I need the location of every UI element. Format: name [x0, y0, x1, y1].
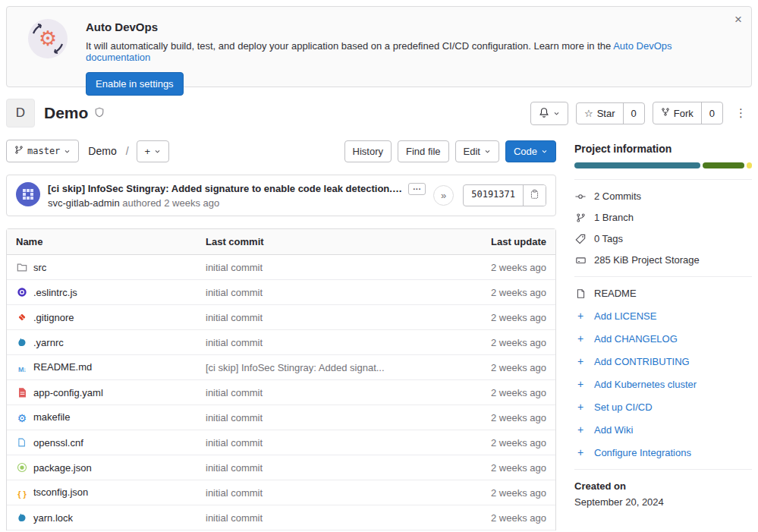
fork-button[interactable]: Fork	[653, 102, 701, 124]
plus-icon: +	[574, 332, 587, 345]
markdown-icon: M↓	[16, 366, 28, 373]
sidebar-stat[interactable]: 1 Branch	[574, 212, 752, 223]
commit-author-link[interactable]: svc-gitlab-admin	[48, 197, 120, 209]
expand-chevrons-button[interactable]: »	[433, 185, 454, 206]
star-label: Star	[597, 108, 615, 119]
close-icon[interactable]: ×	[734, 13, 742, 26]
yarn-icon	[16, 337, 28, 348]
commit-link[interactable]: initial commit	[206, 487, 263, 499]
plus-icon: +	[574, 401, 587, 413]
commit-authored-text: authored 2 weeks ago	[120, 197, 220, 209]
link-label: Add CHANGELOG	[594, 333, 678, 345]
commit-link[interactable]: initial commit	[206, 412, 263, 423]
bell-icon	[539, 107, 549, 120]
sidebar-title: Project information	[574, 143, 752, 155]
main-content: master Demo / + History Find file Edit	[6, 137, 752, 530]
commit-message-link[interactable]: [ci skip] InfoSec Stingray: Added signat…	[48, 183, 402, 194]
sidebar-add-link[interactable]: + Set up CI/CD	[574, 401, 752, 413]
file-link[interactable]: src	[33, 262, 46, 273]
edit-label: Edit	[464, 146, 480, 157]
table-row: .eslintrc.js initial commit 2 weeks ago	[7, 280, 555, 305]
sidebar-stat[interactable]: 0 Tags	[574, 233, 752, 244]
file-link[interactable]: .yarnrc	[33, 337, 64, 348]
sidebar-add-link[interactable]: + Add CHANGELOG	[574, 332, 752, 345]
commit-link[interactable]: [ci skip] InfoSec Stingray: Added signat…	[206, 362, 385, 373]
file-link[interactable]: package.json	[33, 462, 92, 474]
add-to-tree-button[interactable]: +	[137, 140, 170, 162]
sidebar-add-link[interactable]: + Add Kubernetes cluster	[574, 378, 752, 390]
commit-sha: 50191371	[464, 185, 523, 206]
stat-label: 0 Tags	[594, 233, 623, 244]
fork-button-group: Fork 0	[653, 102, 723, 124]
enable-in-settings-button[interactable]: Enable in settings	[86, 72, 184, 96]
commit-sha-group: 50191371	[463, 184, 546, 206]
commit-author-avatar[interactable]	[16, 182, 40, 209]
file-link[interactable]: tsconfig.json	[33, 486, 88, 498]
code-dropdown-button[interactable]: Code	[505, 140, 556, 162]
fork-label: Fork	[674, 108, 694, 119]
commit-link[interactable]: initial commit	[206, 462, 263, 474]
project-avatar: D	[6, 99, 35, 127]
chevron-down-icon	[541, 146, 548, 157]
file-link[interactable]: .eslintrc.js	[33, 287, 77, 298]
sidebar-stat[interactable]: 285 KiB Project Storage	[574, 254, 752, 266]
star-button[interactable]: ☆Star	[577, 103, 623, 124]
link-label: Add Kubernetes cluster	[594, 379, 697, 390]
commit-link[interactable]: initial commit	[206, 337, 263, 348]
chevron-down-icon	[553, 108, 560, 119]
history-button[interactable]: History	[344, 140, 392, 162]
star-icon: ☆	[584, 108, 593, 119]
link-label: Set up CI/CD	[594, 401, 653, 413]
commit-link[interactable]: initial commit	[206, 437, 263, 449]
commit-link[interactable]: initial commit	[206, 512, 263, 524]
last-update: 2 weeks ago	[442, 405, 555, 430]
sidebar-add-link[interactable]: + Add Wiki	[574, 423, 752, 436]
find-file-button[interactable]: Find file	[398, 140, 449, 162]
file-link[interactable]: app-config.yaml	[33, 387, 103, 398]
column-header-name: Name	[7, 229, 197, 255]
divider	[574, 179, 752, 180]
repo-toolbar: master Demo / + History Find file Edit	[6, 140, 556, 162]
link-label: Configure Integrations	[594, 447, 691, 458]
branch-icon	[14, 145, 24, 157]
commit-link[interactable]: initial commit	[206, 262, 263, 273]
breadcrumb[interactable]: Demo	[88, 145, 116, 157]
branch-selector[interactable]: master	[6, 140, 79, 162]
file-link[interactable]: .gitignore	[33, 312, 74, 323]
sidebar-stat[interactable]: 2 Commits	[574, 190, 752, 202]
star-button-group: ☆Star 0	[576, 102, 645, 124]
sidebar-add-link[interactable]: + Configure Integrations	[574, 446, 752, 458]
file-link[interactable]: README.md	[33, 361, 92, 373]
commit-link[interactable]: initial commit	[206, 387, 263, 398]
last-update: 2 weeks ago	[442, 330, 555, 355]
yarn-icon	[16, 512, 28, 523]
column-header-last-commit: Last commit	[197, 229, 442, 255]
table-header-row: Name Last commit Last update	[7, 229, 555, 255]
last-update: 2 weeks ago	[442, 430, 555, 455]
edit-dropdown-button[interactable]: Edit	[455, 140, 499, 162]
notification-dropdown-button[interactable]	[530, 102, 568, 125]
sidebar-add-link[interactable]: + Add CONTRIBUTING	[574, 355, 752, 367]
file-link[interactable]: openssl.cnf	[33, 437, 83, 449]
last-update: 2 weeks ago	[442, 380, 555, 405]
fork-count[interactable]: 0	[701, 102, 722, 124]
code-label: Code	[514, 146, 537, 157]
table-row: yarn.lock initial commit 2 weeks ago	[7, 505, 555, 530]
star-count[interactable]: 0	[623, 103, 644, 124]
last-update: 2 weeks ago	[442, 305, 555, 330]
language-bar[interactable]	[574, 162, 752, 168]
commit-link[interactable]: initial commit	[206, 312, 263, 323]
file-link[interactable]: makefile	[33, 411, 70, 423]
sidebar-links: + Add LICENSE + Add CHANGELOG + Add CONT…	[574, 310, 752, 458]
toolbar-right: History Find file Edit Code	[344, 140, 556, 162]
sidebar-add-link[interactable]: + Add LICENSE	[574, 310, 752, 322]
table-row: M↓README.md [ci skip] InfoSec Stingray: …	[7, 355, 555, 380]
sidebar-item-readme[interactable]: README	[574, 288, 752, 299]
copy-sha-button[interactable]	[523, 185, 546, 206]
more-actions-kebab-icon[interactable]: ⋮	[731, 103, 752, 123]
sidebar-stats: 2 Commits 1 Branch 0 Tags 285 KiB Projec…	[574, 190, 752, 266]
language-segment-green	[703, 162, 744, 168]
commit-link[interactable]: initial commit	[206, 287, 263, 298]
expand-commit-message-button[interactable]: ···	[408, 183, 426, 195]
file-link[interactable]: yarn.lock	[33, 512, 73, 524]
